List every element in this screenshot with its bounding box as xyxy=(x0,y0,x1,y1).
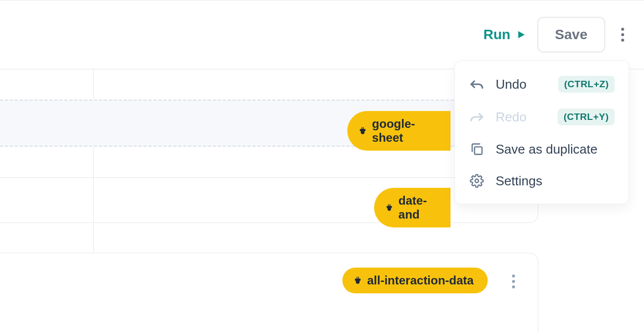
menu-item-settings[interactable]: Settings xyxy=(455,165,629,197)
redo-icon xyxy=(469,109,485,125)
svg-rect-0 xyxy=(474,147,482,154)
svg-point-1 xyxy=(475,179,479,183)
menu-item-save-duplicate[interactable]: Save as duplicate xyxy=(455,133,629,165)
node-label: google-sheet xyxy=(372,117,446,145)
more-menu-dropdown: Undo (CTRL+Z) Redo (CTRL+Y) Save as dupl… xyxy=(454,60,629,204)
shortcut-badge: (CTRL+Z) xyxy=(558,76,615,93)
run-button[interactable]: Run xyxy=(483,27,526,43)
menu-item-redo: Redo (CTRL+Y) xyxy=(455,101,629,133)
node-google-sheet[interactable]: google-sheet xyxy=(347,111,451,151)
plug-icon xyxy=(385,202,393,213)
node-label: date-and xyxy=(398,194,446,222)
menu-item-undo[interactable]: Undo (CTRL+Z) xyxy=(455,68,629,101)
copy-icon xyxy=(469,141,485,157)
node-more-button[interactable] xyxy=(507,270,520,293)
shortcut-badge: (CTRL+Y) xyxy=(558,109,615,125)
undo-icon xyxy=(469,76,485,92)
node-date-and[interactable]: date-and xyxy=(374,188,451,227)
run-label: Run xyxy=(483,27,510,43)
menu-label: Redo xyxy=(496,110,547,125)
menu-label: Save as duplicate xyxy=(496,142,615,157)
play-icon xyxy=(515,29,526,40)
toolbar: Run Save xyxy=(0,0,644,69)
group-connector xyxy=(93,223,94,253)
more-menu-button[interactable] xyxy=(616,23,629,47)
node-label: all-interaction-data xyxy=(367,274,474,287)
menu-label: Settings xyxy=(496,173,615,189)
node-all-interaction-data[interactable]: all-interaction-data xyxy=(342,268,488,293)
plug-icon xyxy=(358,125,367,136)
plug-icon xyxy=(353,275,362,286)
menu-label: Undo xyxy=(496,77,547,92)
save-button[interactable]: Save xyxy=(537,17,605,53)
gear-icon xyxy=(469,173,485,189)
